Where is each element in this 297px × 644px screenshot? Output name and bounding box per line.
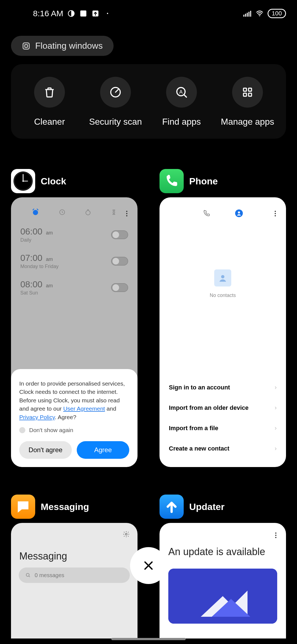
create-contact-item[interactable]: Create a new contact› [167,438,278,459]
close-all-button[interactable] [130,547,167,584]
square-icon [79,9,87,18]
search-placeholder: 0 messages [35,572,64,578]
svg-point-31 [275,211,276,212]
dont-show-row[interactable]: Don't show again [19,427,129,433]
more-icon[interactable] [274,211,276,217]
manage-apps-button[interactable]: Manage apps [217,77,278,128]
no-contacts-label: No contacts [210,293,236,298]
svg-rect-17 [249,93,252,96]
tool-label: Find apps [162,116,201,128]
svg-point-36 [26,574,29,577]
phone-app-icon[interactable] [160,169,184,193]
svg-point-34 [221,275,224,279]
chevron-right-icon: › [275,384,277,391]
update-banner [168,569,277,624]
updater-app-icon[interactable] [160,495,184,519]
svg-point-26 [126,211,128,212]
dialog-text-mid: and [105,405,116,412]
tools-panel: Cleaner Security scan A Find apps Manage… [11,64,286,139]
checkbox-icon[interactable] [19,427,25,433]
timer-tab-icon[interactable] [111,209,117,216]
status-time: 8:16 AM [33,9,63,18]
gear-icon[interactable] [123,531,130,538]
contrast-icon [67,9,75,18]
user-agreement-link[interactable]: User Agreement [63,405,105,412]
cleaner-button[interactable]: Cleaner [19,77,80,128]
alarm-ampm: am [46,256,53,262]
import-file-item[interactable]: Import from a file› [167,418,278,438]
svg-text:A: A [179,89,183,95]
security-scan-button[interactable]: Security scan [85,77,146,128]
svg-rect-1 [80,10,86,17]
messaging-heading: Messaging [11,531,138,567]
chevron-right-icon: › [275,425,277,432]
alarm-time: 06:00 [20,227,42,236]
privacy-policy-link[interactable]: Privacy Policy [19,414,55,420]
app-title: Updater [189,501,224,512]
messaging-app-icon[interactable] [11,495,35,519]
svg-point-8 [259,15,260,16]
svg-rect-6 [249,12,250,17]
svg-point-28 [126,215,128,217]
alarm-toggle[interactable] [111,230,128,239]
svg-point-33 [275,215,276,217]
home-indicator[interactable] [111,638,186,640]
alarm-sub: Sat Sun [20,290,53,296]
app-title: Clock [41,176,66,187]
list-item-label: Import from a file [169,425,218,432]
signal-icon [243,9,252,18]
alarm-row[interactable]: 08:00 amSat Sun [11,274,138,301]
message-search[interactable]: 0 messages [19,567,130,583]
clock-tab-icon[interactable] [59,209,65,215]
floating-windows-label: Floating windows [35,41,103,51]
dialog-text: In order to provide personalised service… [19,380,129,421]
stopwatch-tab-icon[interactable] [85,209,91,215]
import-older-item[interactable]: Import from an older device› [167,398,278,418]
svg-rect-10 [25,45,28,47]
contacts-tab-icon[interactable] [235,209,243,217]
grid-icon [241,86,254,98]
svg-point-37 [275,533,277,534]
alarm-row[interactable]: 06:00 amDaily [11,222,138,248]
more-icon[interactable] [126,211,128,217]
more-icon[interactable] [275,532,277,538]
messaging-card[interactable]: Messaging 0 messages [11,523,138,638]
alarm-sub: Monday to Friday [20,264,59,269]
find-apps-button[interactable]: A Find apps [151,77,212,128]
svg-point-23 [33,210,38,215]
svg-rect-3 [243,15,244,17]
agree-button[interactable]: Agree [77,441,129,459]
svg-rect-7 [250,11,251,17]
dialog-text-post: . Agree? [55,414,76,420]
chevron-right-icon: › [275,404,277,411]
contact-placeholder-icon [214,269,231,286]
phone-card[interactable]: No contacts Sign in to an account› Impor… [160,197,286,467]
alarm-row[interactable]: 07:00 amMonday to Friday [11,248,138,274]
sign-in-item[interactable]: Sign in to an account› [167,377,278,398]
battery-indicator: 100 [268,9,286,18]
alarm-tab-icon[interactable] [32,208,39,216]
tool-label: Manage apps [221,116,274,128]
svg-point-32 [275,213,276,214]
svg-point-38 [275,535,277,536]
search-icon [25,572,31,578]
alarm-ampm: am [46,283,53,288]
alarm-ampm: am [46,230,53,236]
tool-label: Cleaner [34,116,65,128]
list-item-label: Import from an older device [169,404,249,411]
floating-windows-button[interactable]: Floating windows [11,36,114,56]
alarm-toggle[interactable] [111,283,128,292]
recents-tab-icon[interactable] [203,209,210,217]
alarm-sub: Daily [20,237,53,243]
updater-card[interactable]: An update is available [160,523,286,638]
svg-rect-15 [249,88,252,91]
alarm-toggle[interactable] [111,257,128,266]
alarm-time: 08:00 [20,279,42,289]
svg-rect-16 [243,93,246,96]
dont-agree-button[interactable]: Don't agree [19,441,72,459]
clock-app-icon[interactable] [11,169,35,193]
speed-icon [109,86,122,99]
app-title: Messaging [41,501,89,512]
list-item-label: Create a new contact [169,445,229,452]
clock-card[interactable]: 06:00 amDaily 07:00 amMonday to Friday 0… [11,197,138,467]
